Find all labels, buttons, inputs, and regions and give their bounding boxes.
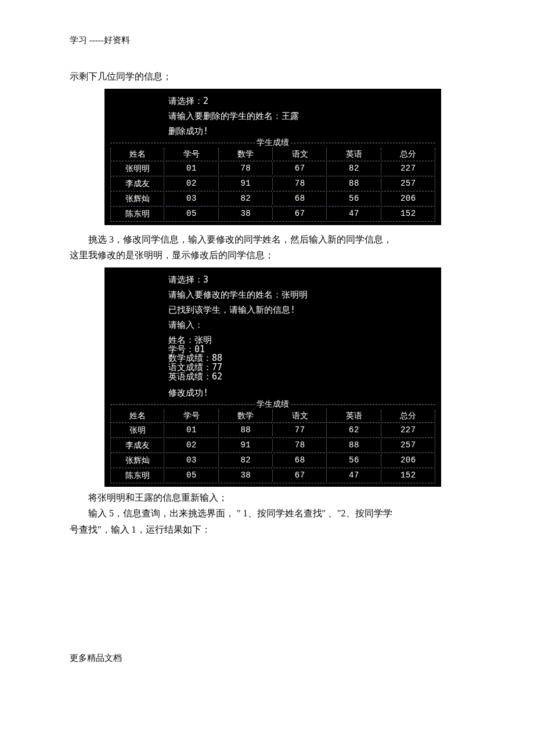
t2-f3: 语文成绩：77 [104,363,441,372]
t1-select: 请选择：2 [104,93,441,108]
t2-f4: 英语成绩：62 [104,372,441,382]
t1-table-title-row: 学生成绩 [110,139,435,147]
table-row: 张辉灿 03 82 68 56 206 [110,453,435,468]
page-footer: 更多精品文档 [70,653,464,664]
t1-result: 删除成功! [104,124,441,139]
table-row: 张辉灿 03 82 68 56 206 [110,191,435,206]
t2-found: 已找到该学生，请输入新的信息! [104,302,441,317]
t2-result: 修改成功! [104,385,441,400]
t2-please: 请输入： [104,317,441,332]
t2-f2: 数学成绩：88 [104,354,441,363]
t1-h4: 英语 [327,147,381,161]
t1-h2: 数学 [219,147,273,161]
para3b: 输入 5，信息查询，出来挑选界面， " 1、按同学姓名查找" 、"2、按同学学 [70,506,464,521]
table-row: 张明明 01 78 67 82 227 [110,161,435,176]
table-row: 陈东明 05 38 67 47 152 [110,468,435,483]
para3a: 将张明明和王露的信息重新输入； [70,490,464,505]
t2-f1: 学号：01 [104,345,441,355]
t2-header-row: 姓名 学号 数学 语文 英语 总分 [110,408,435,423]
table-row: 张明 01 88 77 62 227 [110,423,435,437]
t2-table-title-row: 学生成绩 [110,400,435,408]
t1-h1: 学号 [164,147,218,161]
para2b: 这里我修改的是张明明，显示修改后的同学信息； [70,248,464,263]
t1-table: 学生成绩 姓名 学号 数学 语文 英语 总分 张明明 01 78 67 82 2… [104,139,441,222]
intro-text-1: 示剩下几位同学的信息； [70,69,464,84]
t2-f0: 姓名：张明 [104,336,441,345]
terminal-delete: 请选择：2 请输入要删除的学生的姓名：王露 删除成功! 学生成绩 姓名 学号 数… [104,89,441,225]
table-row: 陈东明 05 38 67 47 152 [110,207,435,221]
para2a: 挑选 3，修改同学信息，输入要修改的同学姓名，然后输入新的同学信息， [70,232,464,247]
t1-header-row: 姓名 学号 数学 语文 英语 总分 [110,147,435,161]
t2-table: 学生成绩 姓名 学号 数学 语文 英语 总分 张明 01 88 77 62 22… [104,400,441,483]
terminal-modify: 请选择：3 请输入要修改的学生的姓名：张明明 已找到该学生，请输入新的信息! 请… [104,267,441,487]
t1-input: 请输入要删除的学生的姓名：王露 [104,108,441,124]
table-row: 李成友 02 91 78 88 257 [110,438,435,453]
t2-input: 请输入要修改的学生的姓名：张明明 [104,287,441,302]
page-header: 学习 -----好资料 [70,35,464,46]
para3c: 号查找"，输入 1，运行结果如下： [70,522,464,537]
t1-table-title: 学生成绩 [255,138,290,147]
t1-h0: 姓名 [110,147,164,161]
t2-select: 请选择：3 [104,272,441,287]
t2-table-title: 学生成绩 [255,399,290,409]
t1-h5: 总分 [381,147,435,161]
table-row: 李成友 02 91 78 88 257 [110,176,435,191]
t1-h3: 语文 [273,147,327,161]
